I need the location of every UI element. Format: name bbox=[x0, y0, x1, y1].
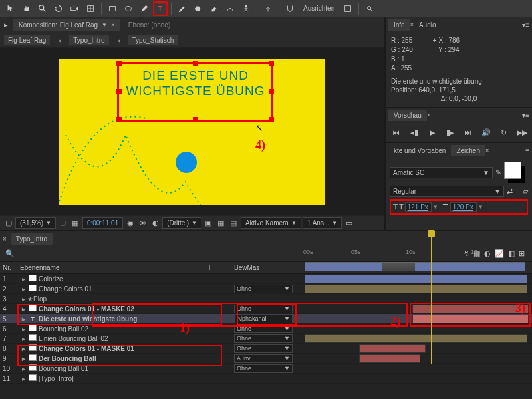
close-icon[interactable]: × bbox=[3, 235, 7, 243]
close-icon[interactable]: × bbox=[427, 112, 430, 118]
time-ruler[interactable]: 00s 05s 10s 15s bbox=[298, 246, 532, 262]
timecode[interactable]: 0:00:11:01 bbox=[82, 217, 123, 229]
zoom-dropdown[interactable]: (31,5%)▼ bbox=[15, 217, 56, 229]
character-panel: Amatic SC▼ ✎ Regular▼ ⇄ ▱ ⊤T 121 Px bbox=[386, 158, 532, 219]
hand-tool-icon[interactable] bbox=[19, 1, 34, 16]
selection-tool-icon[interactable] bbox=[3, 1, 18, 16]
tab-info[interactable]: Info bbox=[388, 19, 410, 31]
close-icon[interactable]: × bbox=[485, 147, 489, 154]
svg-line-12 bbox=[370, 9, 372, 11]
panel-menu-icon[interactable]: ▸ bbox=[4, 21, 13, 29]
clone-tool-icon[interactable] bbox=[191, 1, 205, 16]
leading-input[interactable]: 120 Px bbox=[450, 202, 477, 212]
tab-audio[interactable]: Audio bbox=[414, 19, 442, 31]
comp-panel-header: ▸ Komposition: Fig Leaf Rag ▼ × Ebene: (… bbox=[0, 17, 384, 33]
blend-mode-dropdown[interactable]: Ohne▼ bbox=[234, 364, 293, 373]
tab-character[interactable]: Zeichen bbox=[451, 145, 485, 156]
panel-menu-icon[interactable]: ▾≡ bbox=[522, 21, 529, 29]
transparency-icon[interactable]: ▦ bbox=[70, 217, 81, 229]
blend-mode-dropdown[interactable]: A.Inv▼ bbox=[234, 354, 293, 363]
playhead[interactable] bbox=[431, 231, 432, 364]
chevron-left-icon[interactable]: ◂ bbox=[54, 35, 65, 45]
pen-tool-icon[interactable] bbox=[137, 1, 152, 16]
pixel-aspect-icon[interactable]: ▭ bbox=[343, 217, 354, 229]
layer-row[interactable]: 11▸[Typo_Intro] bbox=[0, 374, 532, 384]
eraser-tool-icon[interactable] bbox=[207, 1, 221, 16]
blend-mode-dropdown[interactable]: Ohne▼ bbox=[234, 285, 293, 293]
last-frame-icon[interactable]: ⏭ bbox=[462, 126, 474, 138]
search-layers-icon[interactable]: 🔍 bbox=[5, 249, 15, 258]
annotation-3: 3) bbox=[515, 301, 525, 315]
crumb-0[interactable]: Fig Leaf Rag bbox=[4, 35, 50, 45]
type-tool-icon[interactable]: T bbox=[153, 1, 168, 16]
timeline-tab[interactable]: Typo_Intro bbox=[11, 233, 53, 245]
layer-name: Change Colors 01 bbox=[39, 285, 92, 293]
layer-overview-bar[interactable] bbox=[305, 262, 525, 271]
show-snapshot-icon[interactable]: 👁 bbox=[137, 217, 148, 229]
tab-preview[interactable]: Vorschau bbox=[388, 110, 427, 121]
composition-viewer[interactable]: DIE ERSTE UND WICHTIGSTE ÜBUNG ↖ 4) bbox=[0, 48, 384, 215]
bouncing-ball bbox=[176, 152, 197, 173]
layer-name: Bouncing Ball 02 bbox=[39, 325, 88, 332]
magnify-icon[interactable]: ▢ bbox=[3, 217, 14, 229]
svg-point-9 bbox=[245, 5, 247, 7]
svg-point-7 bbox=[126, 6, 132, 11]
camera-dropdown[interactable]: Aktive Kamera▼ bbox=[241, 217, 301, 229]
panel-menu-icon[interactable]: ≡ bbox=[525, 147, 529, 154]
comp-tab[interactable]: Komposition: Fig Leaf Rag ▼ × bbox=[13, 19, 120, 31]
puppet-tool-icon[interactable] bbox=[239, 1, 253, 16]
no-fill-icon[interactable]: ▱ bbox=[523, 187, 528, 196]
first-frame-icon[interactable]: ⏮ bbox=[390, 126, 402, 138]
views-dropdown[interactable]: 1 Ans...▼ bbox=[303, 217, 342, 229]
font-family-dropdown[interactable]: Amatic SC▼ bbox=[390, 167, 493, 178]
rotate-tool-icon[interactable] bbox=[51, 1, 66, 16]
info-delta: Δ: 0,0, -10,0 bbox=[391, 94, 527, 103]
camera-tool-icon[interactable] bbox=[67, 1, 82, 16]
info-position: Position: 640,0, 171,5 bbox=[391, 86, 527, 94]
blend-mode-dropdown[interactable]: Ohne▼ bbox=[234, 344, 293, 353]
rect-tool-icon[interactable] bbox=[105, 1, 120, 16]
roi-icon[interactable]: ▣ bbox=[203, 217, 214, 229]
crumb-2[interactable]: Typo_Statisch bbox=[128, 35, 178, 45]
loop-icon[interactable]: ↻ bbox=[498, 126, 510, 138]
main-toolbar: T Ausrichten bbox=[0, 0, 532, 17]
zoom-tool-icon[interactable] bbox=[35, 1, 50, 16]
comp-name: Fig Leaf Rag bbox=[60, 21, 98, 29]
local-axis-icon[interactable] bbox=[261, 1, 275, 16]
close-icon[interactable]: × bbox=[111, 21, 115, 29]
viewer-footer: ▢ (31,5%)▼ ⊡ ▦ 0:00:11:01 ◉ 👁 ◐ (Drittel… bbox=[0, 215, 384, 230]
resolution-dropdown[interactable]: (Drittel)▼ bbox=[162, 217, 201, 229]
layer-name: Colorize bbox=[39, 275, 63, 283]
next-frame-icon[interactable]: ▮▸ bbox=[444, 126, 456, 138]
guides-icon[interactable]: ▤ bbox=[228, 217, 239, 229]
prev-frame-icon[interactable]: ◂▮ bbox=[408, 126, 420, 138]
blend-mode-dropdown[interactable]: Ohne▼ bbox=[234, 334, 293, 343]
grid-icon[interactable]: ▦ bbox=[215, 217, 227, 229]
layer-name: Linien Bouncing Ball 02 bbox=[39, 335, 108, 342]
crumb-1[interactable]: Typo_Intro bbox=[69, 35, 108, 45]
font-style-dropdown[interactable]: Regular▼ bbox=[390, 186, 504, 197]
ram-preview-icon[interactable]: ▶▶ bbox=[516, 126, 528, 138]
brush-tool-icon[interactable] bbox=[175, 1, 190, 16]
audio-icon[interactable]: 🔊 bbox=[480, 126, 492, 138]
resolution-icon[interactable]: ⊡ bbox=[57, 217, 68, 229]
svg-rect-10 bbox=[345, 5, 351, 11]
swap-colors-icon[interactable]: ⇄ bbox=[507, 187, 520, 196]
info-panel: R : 255 G : 240 B : 1 A : 255 + X : 786 … bbox=[386, 32, 532, 107]
pan-behind-tool-icon[interactable] bbox=[83, 1, 98, 16]
snap-icon[interactable] bbox=[283, 1, 297, 16]
snapshot-icon[interactable]: ◉ bbox=[124, 217, 136, 229]
canvas[interactable]: DIE ERSTE UND WICHTIGSTE ÜBUNG ↖ 4) bbox=[59, 59, 325, 205]
font-size-input[interactable]: 121 Px bbox=[405, 202, 432, 212]
snap-toggle-icon[interactable] bbox=[340, 1, 355, 16]
channel-icon[interactable]: ◐ bbox=[150, 217, 161, 229]
panel-menu-icon[interactable]: ▾≡ bbox=[522, 112, 529, 119]
eyedropper-icon[interactable]: ✎ bbox=[495, 168, 501, 177]
tab-presets[interactable]: kte und Vorgaben bbox=[388, 145, 451, 156]
ellipse-tool-icon[interactable] bbox=[121, 1, 136, 16]
play-icon[interactable]: ▶ bbox=[426, 126, 438, 138]
search-icon[interactable] bbox=[362, 1, 377, 16]
roto-tool-icon[interactable] bbox=[223, 1, 237, 16]
timeline-panel: × Typo_Intro 🔍 ↯ ▦ ◐ 📈 ◧ ⊞ 00s 05s 10s 1… bbox=[0, 230, 532, 399]
chevron-left-icon[interactable]: ◂ bbox=[113, 35, 124, 45]
